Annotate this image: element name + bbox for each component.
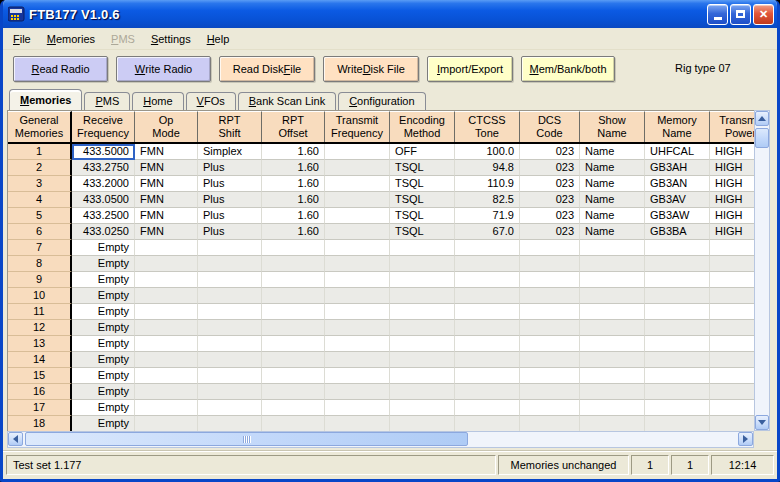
table-cell[interactable] — [580, 336, 645, 352]
table-cell[interactable] — [325, 400, 390, 416]
table-cell[interactable]: FMN — [135, 224, 198, 240]
table-cell[interactable]: 433.0250 — [72, 224, 135, 240]
table-cell[interactable] — [262, 368, 325, 384]
toolbar-button-read-radio[interactable]: Read Radio — [13, 56, 108, 82]
table-cell[interactable]: Plus — [198, 224, 262, 240]
table-cell[interactable] — [262, 384, 325, 400]
table-cell[interactable] — [645, 352, 710, 368]
toolbar-button-read-disk-file[interactable]: Read Disk File — [219, 56, 315, 82]
row-number-cell[interactable]: 3 — [8, 176, 72, 192]
tab-vfos[interactable]: VFOs — [186, 92, 236, 110]
table-cell[interactable] — [198, 304, 262, 320]
table-cell[interactable] — [390, 416, 455, 431]
table-cell[interactable]: Empty — [72, 304, 135, 320]
horizontal-scrollbar[interactable] — [7, 431, 754, 448]
table-cell[interactable]: Empty — [72, 288, 135, 304]
row-number-cell[interactable]: 4 — [8, 192, 72, 208]
table-cell[interactable] — [390, 368, 455, 384]
table-cell[interactable] — [135, 256, 198, 272]
table-cell[interactable] — [198, 384, 262, 400]
table-cell[interactable] — [710, 352, 754, 368]
table-cell[interactable]: Simplex — [198, 144, 262, 160]
table-cell[interactable] — [710, 288, 754, 304]
table-cell[interactable] — [135, 320, 198, 336]
table-cell[interactable] — [262, 416, 325, 431]
row-number-cell[interactable]: 17 — [8, 400, 72, 416]
row-number-cell[interactable]: 14 — [8, 352, 72, 368]
table-cell[interactable] — [710, 416, 754, 431]
table-cell[interactable] — [645, 256, 710, 272]
table-cell[interactable]: Empty — [72, 256, 135, 272]
table-cell[interactable]: Empty — [72, 416, 135, 431]
table-cell[interactable] — [198, 256, 262, 272]
table-cell[interactable] — [645, 416, 710, 431]
table-cell[interactable]: 433.2000 — [72, 176, 135, 192]
menu-item-help[interactable]: Help — [199, 31, 238, 47]
table-cell[interactable] — [390, 304, 455, 320]
table-cell[interactable] — [262, 400, 325, 416]
table-cell[interactable] — [645, 336, 710, 352]
table-cell[interactable]: 71.9 — [455, 208, 520, 224]
table-cell[interactable]: Empty — [72, 352, 135, 368]
table-cell[interactable]: 100.0 — [455, 144, 520, 160]
table-cell[interactable]: Name — [580, 192, 645, 208]
table-cell[interactable] — [710, 336, 754, 352]
table-cell[interactable]: Plus — [198, 208, 262, 224]
table-cell[interactable]: Name — [580, 144, 645, 160]
scroll-right-button[interactable] — [738, 432, 753, 446]
table-cell[interactable] — [645, 304, 710, 320]
vertical-scrollbar[interactable] — [754, 110, 770, 431]
table-cell[interactable]: 023 — [520, 160, 580, 176]
table-cell[interactable] — [325, 272, 390, 288]
table-cell[interactable] — [580, 288, 645, 304]
table-cell[interactable] — [198, 288, 262, 304]
table-cell[interactable] — [198, 320, 262, 336]
table-cell[interactable]: FMN — [135, 160, 198, 176]
table-cell[interactable] — [580, 272, 645, 288]
table-cell[interactable] — [390, 256, 455, 272]
table-cell[interactable]: GB3AH — [645, 160, 710, 176]
table-cell[interactable] — [135, 240, 198, 256]
table-cell[interactable]: GB3AN — [645, 176, 710, 192]
table-cell[interactable] — [455, 320, 520, 336]
table-cell[interactable] — [390, 400, 455, 416]
table-cell[interactable] — [325, 192, 390, 208]
table-cell[interactable] — [262, 288, 325, 304]
table-cell[interactable]: Empty — [72, 384, 135, 400]
close-button[interactable]: ✕ — [753, 4, 774, 25]
table-cell[interactable]: Name — [580, 160, 645, 176]
table-cell[interactable] — [580, 304, 645, 320]
table-cell[interactable] — [580, 352, 645, 368]
row-number-cell[interactable]: 5 — [8, 208, 72, 224]
table-cell[interactable]: OFF — [390, 144, 455, 160]
table-cell[interactable]: Empty — [72, 400, 135, 416]
table-cell[interactable] — [390, 384, 455, 400]
table-cell[interactable] — [325, 240, 390, 256]
table-cell[interactable] — [325, 224, 390, 240]
table-cell[interactable]: TSQL — [390, 192, 455, 208]
table-cell[interactable]: Plus — [198, 192, 262, 208]
table-cell[interactable]: 1.60 — [262, 224, 325, 240]
table-cell[interactable] — [325, 352, 390, 368]
row-number-cell[interactable]: 2 — [8, 160, 72, 176]
table-cell[interactable] — [198, 352, 262, 368]
table-cell[interactable]: TSQL — [390, 224, 455, 240]
table-cell[interactable]: HIGH — [710, 192, 754, 208]
table-cell[interactable] — [520, 272, 580, 288]
row-number-cell[interactable]: 9 — [8, 272, 72, 288]
table-cell[interactable] — [390, 288, 455, 304]
table-cell[interactable] — [520, 384, 580, 400]
table-cell[interactable] — [390, 336, 455, 352]
table-cell[interactable] — [455, 256, 520, 272]
table-cell[interactable]: HIGH — [710, 144, 754, 160]
table-cell[interactable]: 110.9 — [455, 176, 520, 192]
table-cell[interactable] — [645, 272, 710, 288]
table-cell[interactable] — [135, 368, 198, 384]
table-cell[interactable] — [645, 240, 710, 256]
toolbar-button-write-disk-file[interactable]: Write Disk File — [323, 56, 419, 82]
table-cell[interactable] — [135, 336, 198, 352]
table-cell[interactable] — [325, 144, 390, 160]
table-cell[interactable] — [455, 352, 520, 368]
table-cell[interactable] — [198, 240, 262, 256]
table-cell[interactable]: FMN — [135, 176, 198, 192]
